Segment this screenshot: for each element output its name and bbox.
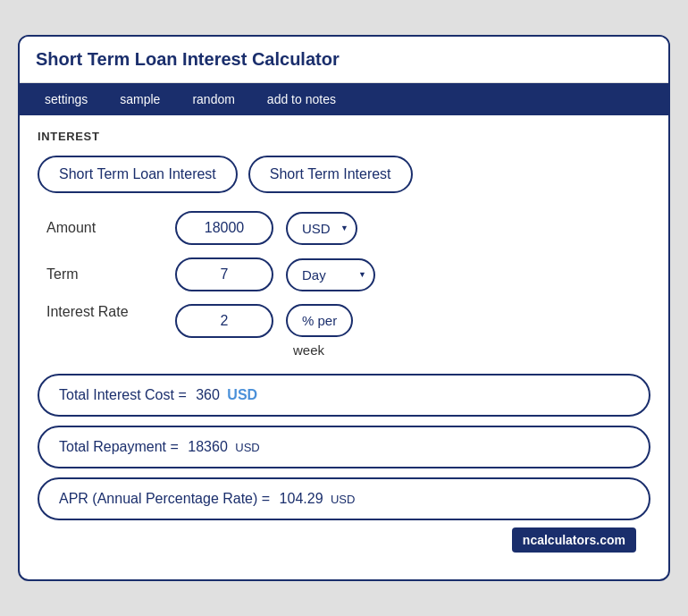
interest-rate-row: Interest Rate % per week	[46, 304, 642, 358]
total-interest-box: Total Interest Cost = 360 USD	[38, 374, 650, 417]
rate-period: week	[289, 341, 324, 358]
title-bar: Short Term Loan Interest Calculator	[20, 37, 668, 83]
apr-currency: USD	[331, 493, 355, 506]
apr-label: APR (Annual Percentage Rate) =	[59, 491, 270, 506]
main-content: INTEREST Short Term Loan Interest Short …	[20, 115, 668, 579]
tab-settings[interactable]: settings	[29, 83, 104, 115]
page-wrapper: Short Term Loan Interest Calculator sett…	[0, 0, 688, 616]
tab-random[interactable]: random	[176, 83, 250, 115]
per-label: % per	[286, 304, 353, 337]
total-repayment-label: Total Repayment =	[59, 439, 179, 454]
tab-sample[interactable]: sample	[104, 83, 176, 115]
total-repayment-value: 18360	[188, 439, 228, 454]
fields-section: Amount USD EUR GBP Term	[38, 211, 650, 358]
apr-box: APR (Annual Percentage Rate) = 104.29 US…	[38, 477, 650, 520]
total-repayment-currency: USD	[235, 441, 259, 454]
term-unit-select[interactable]: Day Week Month Year	[286, 258, 375, 291]
currency-select-wrap: USD EUR GBP	[286, 212, 357, 245]
amount-input[interactable]	[175, 211, 273, 245]
calculator-container: Short Term Loan Interest Calculator sett…	[18, 35, 670, 581]
mode-tab-interest[interactable]: Short Term Interest	[248, 156, 413, 193]
total-repayment-box: Total Repayment = 18360 USD	[38, 426, 650, 468]
amount-label: Amount	[46, 220, 163, 236]
mode-tabs: Short Term Loan Interest Short Term Inte…	[38, 156, 650, 193]
section-label: INTEREST	[38, 130, 650, 143]
term-unit-select-wrap: Day Week Month Year	[286, 258, 375, 291]
footer: ncalculators.com	[38, 520, 650, 561]
interest-rate-label: Interest Rate	[46, 304, 163, 320]
per-week-wrap: % per week	[286, 304, 353, 358]
mode-tab-loan-interest[interactable]: Short Term Loan Interest	[38, 156, 238, 193]
total-interest-label: Total Interest Cost =	[59, 387, 187, 402]
amount-row: Amount USD EUR GBP	[46, 211, 642, 245]
calculator-title: Short Term Loan Interest Calculator	[36, 49, 340, 69]
total-interest-value: 360	[196, 387, 220, 402]
tab-add-to-notes[interactable]: add to notes	[251, 83, 352, 115]
apr-value: 104.29	[280, 491, 323, 506]
currency-select[interactable]: USD EUR GBP	[286, 212, 357, 245]
tab-bar: settings sample random add to notes	[20, 83, 668, 115]
results-section: Total Interest Cost = 360 USD Total Repa…	[38, 374, 650, 520]
total-interest-currency: USD	[227, 387, 257, 402]
term-input[interactable]	[175, 257, 273, 291]
brand-label: ncalculators.com	[512, 527, 636, 553]
interest-rate-input[interactable]	[175, 304, 273, 338]
term-label: Term	[46, 266, 163, 283]
term-row: Term Day Week Month Year	[46, 257, 642, 291]
